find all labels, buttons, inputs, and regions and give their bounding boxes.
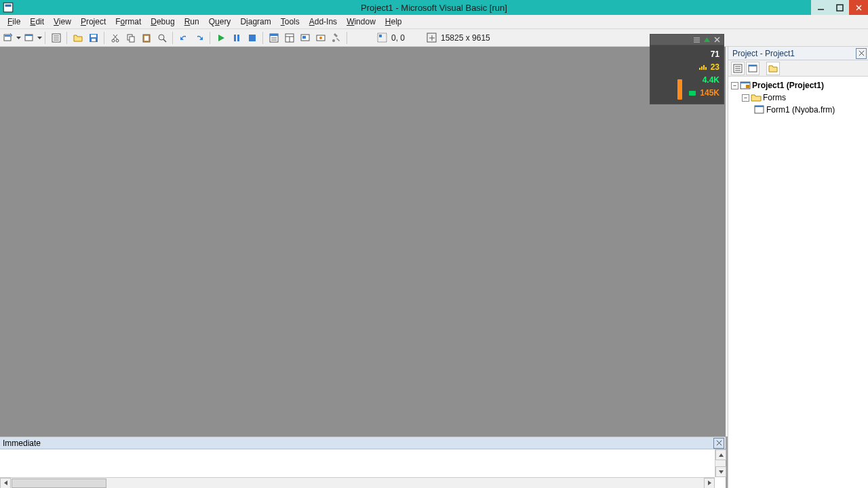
immediate-header[interactable]: Immediate [0, 437, 726, 449]
svg-marker-29 [218, 35, 224, 41]
svg-rect-66 [746, 85, 749, 88]
svg-marker-73 [4, 481, 7, 485]
menu-help[interactable]: Help [380, 16, 407, 28]
tree-form-node[interactable]: Form1 (Nyoba.frm) [731, 104, 868, 116]
scroll-left-button[interactable] [0, 478, 11, 489]
app-icon [2, 1, 14, 14]
menu-debug[interactable]: Debug [146, 16, 179, 28]
size-value: 15825 x 9615 [441, 33, 490, 43]
toolbox-button[interactable] [329, 30, 343, 45]
standard-toolbar: 0, 0 15825 x 9615 [0, 29, 868, 47]
menu-format[interactable]: Format [111, 16, 146, 28]
orange-bar-icon [677, 79, 682, 100]
svg-rect-1 [5, 5, 12, 7]
add-form-button[interactable] [22, 30, 36, 45]
svg-marker-8 [16, 37, 21, 39]
form-layout-button[interactable] [298, 30, 312, 45]
position-value: 0, 0 [391, 33, 405, 43]
svg-point-19 [112, 39, 115, 42]
panel-close-button[interactable] [856, 48, 867, 59]
project-explorer-button[interactable] [267, 30, 281, 45]
svg-rect-32 [249, 35, 256, 41]
project-explorer-panel: Project - Project1 − Project1 (Project1)… [728, 47, 868, 488]
immediate-body[interactable] [0, 449, 726, 488]
menu-editor-button[interactable] [49, 30, 63, 45]
menu-project[interactable]: Project [76, 16, 111, 28]
form-icon [754, 105, 765, 115]
menu-file[interactable]: File [3, 16, 25, 28]
svg-point-20 [116, 39, 119, 42]
perf-value-1: 71 [711, 48, 719, 61]
menu-run[interactable]: Run [180, 16, 204, 28]
end-button[interactable] [245, 30, 259, 45]
scroll-down-button[interactable] [715, 466, 726, 477]
tree-forms-folder[interactable]: − Forms [731, 92, 868, 104]
svg-line-28 [163, 39, 166, 42]
view-object-button[interactable] [746, 62, 760, 75]
project-icon [740, 81, 751, 90]
collapse-icon[interactable] [703, 36, 711, 43]
start-button[interactable] [214, 30, 228, 45]
collapse-toggle[interactable]: − [731, 82, 738, 89]
menu-edit[interactable]: Edit [25, 16, 49, 28]
find-button[interactable] [155, 30, 169, 45]
svg-point-44 [332, 39, 335, 42]
close-button[interactable] [849, 0, 868, 15]
menu-bar: File Edit View Project Format Debug Run … [0, 15, 868, 29]
tree-root-node[interactable]: − Project1 (Project1) [731, 79, 868, 92]
svg-marker-71 [719, 453, 724, 457]
object-browser-button[interactable] [313, 30, 328, 45]
open-project-button[interactable] [71, 30, 85, 45]
add-form-dropdown[interactable] [37, 30, 42, 45]
svg-rect-24 [130, 37, 134, 42]
copy-button[interactable] [123, 30, 138, 45]
add-project-button[interactable] [1, 30, 15, 45]
menu-diagram[interactable]: Diagram [235, 16, 275, 28]
project-explorer-header[interactable]: Project - Project1 [728, 47, 868, 60]
perf-value-2: 23 [711, 61, 719, 74]
view-code-button[interactable] [731, 62, 745, 75]
svg-rect-10 [25, 35, 33, 36]
add-project-dropdown[interactable] [16, 30, 21, 45]
undo-button[interactable] [176, 30, 191, 45]
svg-rect-34 [270, 34, 278, 36]
toggle-folders-button[interactable] [766, 62, 780, 75]
immediate-close-button[interactable] [713, 438, 724, 449]
size-icon [427, 33, 437, 43]
svg-point-27 [159, 35, 164, 40]
position-icon [377, 33, 387, 43]
properties-button[interactable] [282, 30, 296, 45]
cut-button[interactable] [108, 30, 122, 45]
scroll-right-button[interactable] [704, 478, 715, 489]
position-readout: 0, 0 [377, 33, 405, 43]
svg-rect-45 [378, 33, 387, 42]
svg-rect-17 [91, 35, 96, 37]
menu-window[interactable]: Window [342, 16, 380, 28]
maximize-button[interactable] [830, 0, 849, 15]
save-project-button[interactable] [86, 30, 100, 45]
immediate-window: Immediate [0, 436, 726, 488]
scroll-up-button[interactable] [715, 449, 726, 460]
perf-overlay-header[interactable] [650, 35, 724, 45]
svg-rect-68 [755, 106, 764, 107]
svg-marker-11 [37, 37, 42, 39]
paste-button[interactable] [139, 30, 153, 45]
close-icon[interactable] [713, 36, 721, 43]
break-button[interactable] [229, 30, 243, 45]
tree-forms-label: Forms [763, 92, 786, 103]
mdi-client-area: 71 23 4.4K 145K [0, 47, 728, 436]
horizontal-scrollbar[interactable] [0, 477, 715, 488]
immediate-title: Immediate [3, 439, 41, 448]
svg-rect-18 [92, 39, 96, 41]
vertical-scrollbar[interactable] [715, 449, 726, 477]
scroll-thumb[interactable] [12, 479, 106, 488]
redo-button[interactable] [192, 30, 206, 45]
collapse-toggle[interactable]: − [742, 94, 749, 102]
menu-view[interactable]: View [49, 16, 76, 28]
menu-icon[interactable] [693, 36, 701, 43]
svg-rect-7 [5, 35, 10, 37]
menu-tools[interactable]: Tools [276, 16, 304, 28]
menu-query[interactable]: Query [204, 16, 236, 28]
menu-addins[interactable]: Add-Ins [304, 16, 342, 28]
minimize-button[interactable] [811, 0, 830, 15]
